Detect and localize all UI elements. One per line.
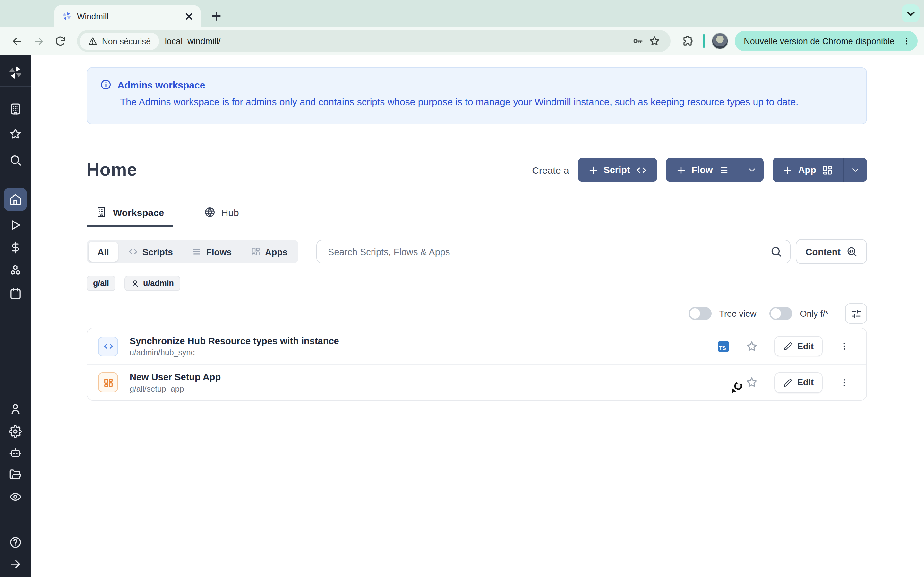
list-item-setup-app[interactable]: New User Setup App g/all/setup_app Edit [87,364,866,400]
row-menu-kebab-icon[interactable] [839,377,850,388]
user-icon [9,403,22,416]
sidebar-item-users[interactable] [0,401,31,417]
extensions-icon[interactable] [678,32,696,50]
filter-flows[interactable]: Flows [183,242,241,261]
tab-workspace-label: Workspace [113,207,164,218]
search-input[interactable] [326,246,770,258]
calendar-icon [9,287,22,300]
forward-icon[interactable] [29,32,47,50]
workspace-hub-tabs: Workspace Hub [87,206,867,226]
warning-icon [88,36,97,46]
boxes-icon [9,264,22,277]
row-menu-kebab-icon[interactable] [839,341,850,351]
tab-search-button[interactable] [901,5,919,23]
arrow-right-icon [9,558,22,571]
close-tab-icon[interactable] [183,10,194,22]
edit-button[interactable]: Edit [774,372,822,393]
sidebar-item-search[interactable] [0,152,31,169]
pencil-icon [783,378,792,387]
user-icon [131,279,139,287]
sidebar-item-variables[interactable] [0,239,31,256]
play-icon [9,219,22,231]
browser-tab-strip: Windmill [0,0,924,27]
sidebar-item-help[interactable] [0,534,31,551]
only-f-toggle[interactable] [769,307,792,320]
sidebar-item-resources[interactable] [0,262,31,279]
filter-apps[interactable]: Apps [242,242,296,261]
create-app-label: App [798,165,816,175]
filter-all-label: All [97,247,109,257]
search-box [317,240,790,263]
password-key-icon[interactable] [630,33,646,49]
display-settings-button[interactable] [845,303,867,324]
address-bar[interactable]: Non sécurisé local_windmill/ [77,30,670,52]
edit-label: Edit [797,378,814,387]
new-tab-button[interactable] [208,8,225,24]
sidebar-item-home[interactable] [4,188,27,211]
sidebar-item-favorites[interactable] [0,126,31,142]
sidebar-item-settings[interactable] [0,423,31,440]
list-item-hub-sync[interactable]: Synchronize Hub Resource types with inst… [87,328,866,364]
sidebar-item-audit-logs[interactable] [0,488,31,505]
windmill-logo-icon[interactable] [0,64,31,81]
browser-toolbar: Non sécurisé local_windmill/ Nouvelle ve… [0,27,924,55]
create-script-button[interactable]: Script [578,158,657,182]
toolbar-separator [703,34,704,48]
robot-icon [9,446,22,459]
layout-grid-icon [251,247,260,256]
content-search-button[interactable]: Content [796,239,867,264]
chrome-update-button[interactable]: Nouvelle version de Chrome disponible [735,31,918,51]
favorite-star-icon[interactable] [745,376,758,388]
reload-icon[interactable] [51,32,69,50]
create-flow-button[interactable]: Flow [666,158,764,182]
bookmark-star-icon[interactable] [646,33,663,49]
create-flow-dropdown[interactable] [740,158,764,182]
building-icon [9,103,22,115]
sliders-icon [851,308,861,319]
content-button-label: Content [805,247,841,257]
chevron-down-icon [748,165,756,174]
flow-list-icon [719,164,730,175]
edit-button[interactable]: Edit [774,336,822,356]
code-icon [636,164,647,175]
create-app-button[interactable]: App [772,158,867,182]
sidebar-item-folders[interactable] [0,466,31,483]
sidebar-item-runs[interactable] [0,217,31,234]
dollar-icon [9,241,22,254]
page-title: Home [87,160,137,180]
search-icon [770,245,782,258]
plus-icon [676,165,686,175]
app-icon [98,372,118,392]
globe-icon [204,206,216,218]
tree-view-toggle[interactable] [688,307,711,320]
browser-menu-kebab-icon[interactable] [900,34,914,48]
layout-grid-icon [822,164,833,175]
site-security-chip[interactable]: Non sécurisé [79,32,159,50]
sidebar-expand-button[interactable] [0,556,31,572]
edit-label: Edit [797,342,814,351]
windmill-favicon-icon [61,11,72,21]
sidebar-divider [0,86,31,87]
owner-badge-u-admin[interactable]: u/admin [124,276,180,291]
filter-scripts[interactable]: Scripts [120,242,182,261]
search-code-icon [846,246,857,257]
tab-hub-label: Hub [221,207,239,218]
sidebar-item-workspace[interactable] [0,101,31,117]
back-icon[interactable] [8,32,26,50]
filter-all[interactable]: All [89,242,118,261]
sidebar-item-workers[interactable] [0,444,31,461]
create-app-dropdown[interactable] [843,158,867,182]
favorite-star-icon[interactable] [745,340,758,352]
tab-workspace[interactable]: Workspace [87,206,173,226]
code-icon [128,247,138,256]
item-title: New User Setup App [129,372,745,383]
tab-hub[interactable]: Hub [195,206,248,226]
filter-flows-label: Flows [206,247,232,257]
items-list: Synchronize Hub Resource types with inst… [87,327,867,401]
profile-avatar[interactable] [712,33,728,49]
item-path: u/admin/hub_sync [129,348,718,357]
owner-badge-g-all[interactable]: g/all [87,276,115,291]
sidebar-item-schedules[interactable] [0,285,31,302]
browser-tab[interactable]: Windmill [54,5,201,27]
banner-body: The Admins workspace is for admins only … [120,96,853,107]
